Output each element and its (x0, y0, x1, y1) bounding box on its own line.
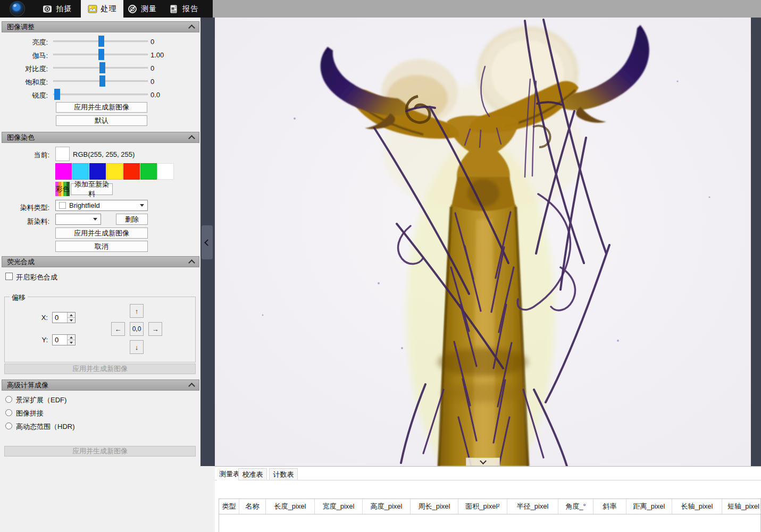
column-header-distance[interactable]: 距离_pixel (626, 499, 672, 514)
slider-sharpness-label: 锐度: (11, 91, 48, 100)
top-toolbar: 拍摄 处理 测量 报告 (0, 0, 761, 18)
fluorescence-apply-button[interactable]: 应用并生成新图像 (4, 364, 196, 374)
enable-color-composite-checkbox[interactable] (5, 273, 13, 280)
slider-contrast-thumb[interactable] (99, 62, 105, 73)
tab-process[interactable]: 处理 (81, 0, 123, 18)
stain-swatch-yellow[interactable] (106, 163, 123, 180)
radio-stitching[interactable] (5, 409, 12, 416)
column-header-perimeter[interactable]: 周长_pixel (411, 499, 458, 514)
enable-color-composite-label: 开启彩色合成 (16, 273, 57, 282)
stain-swatch-white[interactable] (157, 163, 174, 180)
offset-reset-button[interactable]: 0,0 (130, 322, 144, 336)
offset-y-spinbox[interactable] (52, 334, 76, 345)
stain-rainbow-picker[interactable]: 彩色 (55, 182, 70, 196)
collapse-icon[interactable] (188, 259, 195, 266)
offset-up-button[interactable]: ↑ (130, 304, 144, 318)
offset-left-button[interactable]: ← (111, 322, 125, 336)
panel-image-adjust-header[interactable]: 图像调整 (2, 21, 199, 32)
column-header-area[interactable]: 面积_pixel² (458, 499, 507, 514)
slider-brightness-value: 0 (150, 38, 154, 46)
spin-down-icon[interactable] (68, 340, 75, 345)
offset-x-spinbox[interactable] (52, 312, 76, 323)
tab-calibration-table[interactable]: 校准表 (238, 468, 267, 480)
chevron-down-icon (140, 204, 144, 207)
stain-current-swatch (55, 147, 70, 161)
advanced-apply-button[interactable]: 应用并生成新图像 (4, 446, 196, 457)
radio-edf-label: 景深扩展（EDF) (16, 395, 66, 405)
panel-fluorescence-title: 荧光合成 (7, 257, 35, 267)
slider-sharpness-track (53, 94, 148, 95)
slider-saturation-label: 饱和度: (11, 78, 48, 87)
chevron-down-icon (93, 218, 97, 221)
radio-hdr[interactable] (5, 423, 12, 429)
tab-report-label: 报告 (182, 4, 198, 14)
column-header-angle[interactable]: 角度_° (558, 499, 593, 514)
stain-swatch-red[interactable] (123, 163, 140, 180)
collapse-icon[interactable] (188, 135, 195, 142)
tab-report[interactable]: 报告 (169, 0, 205, 18)
slider-saturation-thumb[interactable] (99, 75, 105, 87)
new-dye-delete-button[interactable]: 删除 (116, 214, 148, 225)
column-header-width[interactable]: 宽度_pixel (315, 499, 363, 514)
new-dye-combo[interactable] (55, 214, 101, 225)
stain-swatch-magenta[interactable] (55, 163, 72, 180)
tab-measure[interactable]: 测量 (128, 0, 164, 18)
slider-contrast-value: 0 (150, 64, 154, 72)
adjust-default-button[interactable]: 默认 (56, 115, 147, 126)
measure-icon (128, 4, 137, 14)
column-header-height[interactable]: 高度_pixel (363, 499, 411, 514)
report-icon (169, 4, 179, 14)
panel-image-stain-header[interactable]: 图像染色 (2, 132, 199, 143)
stain-swatch-green[interactable] (140, 163, 157, 180)
collapse-image-panel-button[interactable] (466, 458, 500, 466)
slider-brightness-label: 亮度: (11, 38, 48, 47)
tab-capture[interactable]: 拍摄 (43, 0, 78, 18)
bottom-tab-bar: 测量表 校准表 计数表 (215, 468, 761, 480)
dye-type-color-swatch (59, 202, 66, 209)
collapse-icon[interactable] (188, 24, 195, 31)
panel-fluorescence-header[interactable]: 荧光合成 (2, 256, 199, 267)
spin-down-icon[interactable] (68, 317, 75, 323)
column-header-minor-axis[interactable]: 短轴_pixel (722, 499, 761, 514)
tab-count-table[interactable]: 计数表 (269, 468, 298, 480)
column-header-type[interactable]: 类型 (219, 499, 239, 514)
stain-cancel-button[interactable]: 取消 (55, 241, 148, 252)
bottom-tables-panel: 测量表 校准表 计数表 类型 名称 长度_pixel 宽度_pixel 高度_p… (215, 466, 761, 532)
column-header-length[interactable]: 长度_pixel (266, 499, 315, 514)
column-header-radius[interactable]: 半径_pixel (507, 499, 558, 514)
stain-current-label: 当前: (18, 150, 49, 160)
column-header-major-axis[interactable]: 长轴_pixel (672, 499, 722, 514)
right-edge-strip (751, 18, 761, 466)
microscope-image-viewport[interactable] (215, 18, 751, 466)
offset-groupbox (4, 297, 196, 362)
slider-brightness-thumb[interactable] (98, 36, 104, 47)
column-header-name[interactable]: 名称 (239, 499, 266, 514)
stain-add-new-dye-button[interactable]: 添加至新染料 (71, 183, 113, 195)
panel-image-adjust-title: 图像调整 (7, 22, 35, 32)
stain-swatch-cyan[interactable] (72, 163, 89, 180)
stain-apply-button[interactable]: 应用并生成新图像 (55, 227, 148, 239)
dye-type-label: 染料类型: (12, 203, 49, 213)
offset-right-button[interactable]: → (148, 322, 162, 336)
adjust-apply-button[interactable]: 应用并生成新图像 (56, 102, 147, 113)
slider-sharpness-thumb[interactable] (54, 89, 60, 100)
measurement-table: 类型 名称 长度_pixel 宽度_pixel 高度_pixel 周长_pixe… (219, 499, 761, 532)
spin-up-icon[interactable] (68, 335, 75, 340)
offset-x-label: X: (28, 314, 48, 322)
collapse-sidebar-button[interactable] (202, 225, 213, 259)
tab-measure-label: 测量 (141, 4, 157, 14)
offset-down-button[interactable]: ↓ (130, 340, 144, 354)
chevron-down-icon (480, 458, 487, 465)
chevron-left-icon (204, 239, 211, 246)
slider-gamma-thumb[interactable] (98, 49, 104, 60)
left-tool-sidebar: 图像调整 亮度: 0 伽马: 1.00 对比度: 0 饱和度: 0 锐度: 0.… (0, 18, 200, 532)
microscope-app-window: 拍摄 处理 测量 报告 (0, 0, 761, 532)
column-header-slope[interactable]: 斜率 (593, 499, 626, 514)
radio-edf[interactable] (5, 396, 12, 403)
stain-swatch-blue[interactable] (89, 163, 106, 180)
tab-capture-label: 拍摄 (56, 4, 72, 14)
panel-advanced-imaging-header[interactable]: 高级计算成像 (2, 379, 199, 391)
dye-type-combo[interactable]: Brightfield (55, 200, 148, 211)
collapse-icon[interactable] (188, 383, 195, 390)
spin-up-icon[interactable] (68, 313, 75, 317)
